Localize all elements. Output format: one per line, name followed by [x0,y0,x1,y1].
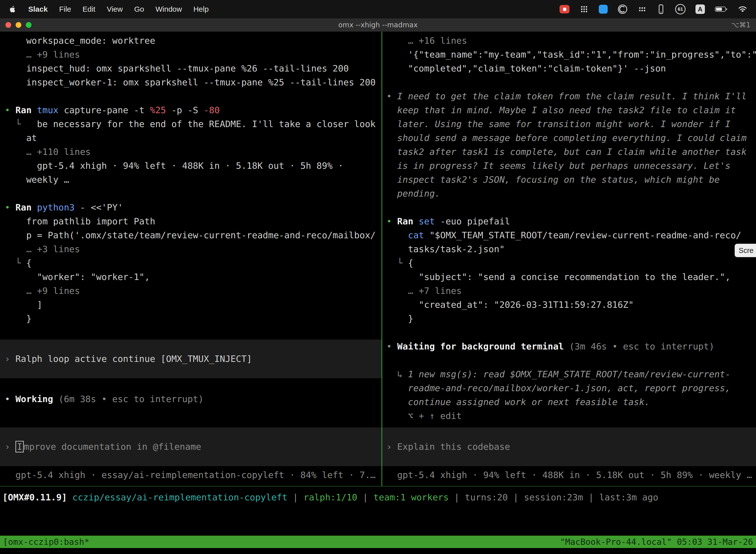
text-segment: … +16 lines [386,36,467,46]
menu-edit[interactable]: Edit [82,5,96,13]
text-segment: Ran [15,105,37,115]
text-segment: └ [5,258,26,268]
menu-help[interactable]: Help [193,5,209,13]
window-titlebar[interactable]: omx --xhigh --madmax ⌥⌘1 [0,18,756,32]
text-segment: • [386,216,397,226]
text-segment: └ [386,258,408,268]
terminal-window: omx --xhigh --madmax ⌥⌘1 workspace_mode:… [0,18,756,554]
text-segment: at [5,133,37,143]
composer-input-right[interactable]: › Explain this codebase [382,428,756,466]
text-segment: pending. [386,188,440,199]
text-segment: inspect task2's JSON, focusing on the st… [386,174,720,185]
text-segment: tasks/task-2.json" [386,244,505,254]
text-segment: readme-and-reco/mailbox/worker-1.json, a… [386,383,731,393]
tmux-host-clock: "MacBook-Pro-44.local" 05:03 31-Mar-26 [560,536,753,548]
text-segment: "$OMX_TEAM_STATE_ROOT/team/review-curren… [429,230,741,240]
terminal-line: "completed","claim_token":"claim-token"}… [382,62,756,75]
blank-line [0,187,381,201]
ralph-loop-banner[interactable]: › Ralph loop active continue [OMX_TMUX_I… [0,340,381,378]
app-grid-dots-icon [637,4,647,14]
composer-input-left[interactable]: › Improve documentation in @filename [0,428,381,466]
input-source-letter: A [698,5,703,13]
text-segment: … +9 lines [5,49,80,60]
screen-tooltip: Scre [735,244,756,257]
minimize-button[interactable] [16,22,21,28]
terminal-line: continue assigned work or next feasible … [382,395,756,409]
text-segment: ↳ [386,369,408,379]
text-segment: -euo pipefail [440,216,510,226]
text-segment: cat [408,230,430,240]
terminal-line: • I need to get the claim token from the… [382,89,756,103]
blank-line [382,201,756,214]
pane-right-bottom: › Explain this codebase gpt-5.4 xhigh · … [382,428,756,486]
menu-file[interactable]: File [59,5,71,13]
terminal-line: p = Path('.omx/state/team/review-current… [0,228,381,242]
text-segment [386,230,408,240]
terminal-line: • Working (6m 38s • esc to interrupt) [0,392,381,406]
battery-gauge-value: 61 [678,6,683,12]
terminal-line: "created_at": "2026-03-31T11:59:27.816Z" [382,298,756,312]
window-title: omx --xhigh --madmax [0,21,756,29]
battery-gauge-icon[interactable]: 61 [675,4,686,14]
terminal-line: at [0,131,381,145]
text-segment: '{"team_name":"my-team","task_id":"1","f… [386,49,756,60]
text-segment: | turns:20 | session:23m | last:3m ago [449,492,658,502]
app-grid-icon[interactable] [637,3,647,15]
menu-view[interactable]: View [107,5,123,13]
pane-right-scrollback: … +16 lines '{"team_name":"my-team","tas… [382,34,756,423]
prompt-line: › Ralph loop active continue [OMX_TMUX_I… [0,352,381,366]
prompt-line: › Explain this codebase [382,440,756,454]
text-segment: -80 [204,105,220,115]
screen-recording-icon[interactable] [560,5,569,13]
blank-line [0,326,381,340]
phone-icon[interactable] [657,3,665,15]
terminal-line: ⌥ + ↑ edit [382,409,756,423]
keypad-icon[interactable] [579,3,589,15]
text-segment: (6m 38s • esc to interrupt) [59,394,204,404]
text-segment: [OMX#0.11.9] [2,492,72,502]
tmux-session: workspace_mode: worktree … +9 lines insp… [0,32,756,486]
terminal-line: "subject": "send a concise recommendatio… [382,270,756,284]
terminal-line: later. Using the same for transition mig… [382,117,756,131]
menu-go[interactable]: Go [134,5,144,13]
text-segment: python3 [37,202,80,213]
dark-app-icon[interactable] [618,3,628,15]
text-segment: • [386,341,397,351]
pane-right[interactable]: … +16 lines '{"team_name":"my-team","tas… [382,32,756,486]
terminal-line: ] [0,298,381,312]
terminal-line: is in progress? It seems likely but perh… [382,159,756,173]
pane-left[interactable]: workspace_mode: worktree … +9 lines insp… [0,32,381,486]
keypad-dots-icon [579,4,589,14]
terminal-line: └ be necessary for the end of the README… [0,117,381,131]
text-segment: gpt-5.4 xhigh · 94% left · 488K in · 5.1… [5,161,343,171]
text-segment: team:1 workers [374,492,449,502]
terminal-line: inspect task2's JSON, focusing on the st… [382,173,756,187]
active-app-menu[interactable]: Slack [28,5,48,13]
zoom-button[interactable] [26,22,32,28]
wifi-icon[interactable] [738,3,748,15]
menu-list: FileEditViewGoWindowHelp [59,5,208,13]
terminal-line: keep that in mind. Maybe I also need the… [382,103,756,117]
text-segment: capture-pane -t [64,105,150,115]
prompt-line: › Improve documentation in @filename [0,440,381,454]
text-segment: Waiting for background terminal [397,341,569,351]
text-segment: Working [15,394,58,404]
text-segment: p = Path('.omx/state/team/review-current… [5,230,376,240]
apple-menu-icon[interactable] [8,5,17,13]
blue-app-icon[interactable] [599,5,608,14]
text-segment: • [5,394,15,404]
text-segment: gpt-5.4 xhigh · essay/ai-reimplementatio… [5,470,376,480]
text-segment: inspect_hud: omx sparkshell --tmux-pane … [5,63,349,73]
terminal-line: └ { [0,256,381,270]
text-segment: Ran [397,216,419,226]
terminal-line: pending. [382,187,756,201]
text-segment: from pathlib import Path [5,216,155,226]
close-button[interactable] [5,22,11,28]
text-segment: … +110 lines [5,147,91,157]
terminal-line: from pathlib import Path [0,214,381,228]
terminal-line: … +16 lines [382,34,756,48]
input-source-icon[interactable]: A [695,4,705,14]
recording-dot-icon [563,8,566,11]
battery-icon[interactable] [715,3,728,15]
menu-window[interactable]: Window [155,5,182,13]
